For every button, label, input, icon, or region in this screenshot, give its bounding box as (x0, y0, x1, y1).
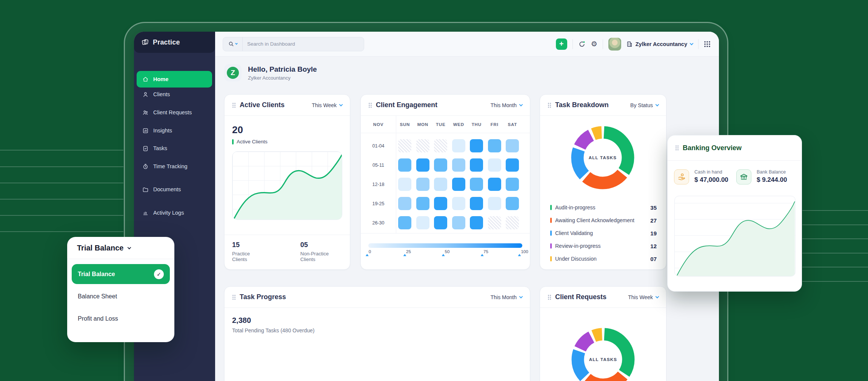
heatmap-cell[interactable] (452, 197, 465, 210)
legend-swatch (550, 230, 552, 236)
heatmap-cell[interactable] (416, 216, 429, 229)
decorative-line (802, 281, 868, 282)
drag-handle-icon[interactable] (548, 295, 551, 300)
report-option-trial-balance[interactable]: Trial Balance✓ (72, 264, 170, 284)
heatmap-cell[interactable] (452, 139, 465, 152)
heatmap-cell[interactable] (488, 197, 501, 210)
heatmap-cell[interactable] (416, 139, 429, 152)
practice-logo-icon (142, 38, 149, 46)
heatmap-cell[interactable] (488, 139, 501, 152)
sidebar-item-tasks[interactable]: Tasks (137, 140, 212, 157)
heatmap-cell[interactable] (488, 158, 501, 172)
apps-grid-icon[interactable] (704, 41, 711, 48)
sidebar-item-clients[interactable]: Clients (137, 86, 212, 103)
scale-marker-icon (366, 249, 369, 256)
heatmap-cell[interactable] (470, 139, 483, 152)
report-option-balance-sheet[interactable]: Balance Sheet (72, 286, 170, 306)
drag-handle-icon[interactable] (675, 145, 679, 151)
scale-marker-icon (442, 249, 445, 256)
legend-swatch (550, 256, 552, 261)
heatmap-cell[interactable] (488, 178, 501, 191)
drag-handle-icon[interactable] (232, 103, 236, 108)
heatmap-cell[interactable] (434, 139, 447, 152)
legend-row: Client Validating 19 (550, 229, 657, 237)
add-button[interactable]: + (556, 38, 567, 50)
brand-block[interactable]: Practice (134, 32, 215, 53)
sidebar-item-activity-logs[interactable]: Activity Logs (137, 204, 212, 221)
heatmap-cell[interactable] (452, 178, 465, 191)
heatmap-scale-tick: 100 (518, 249, 528, 254)
sidebar-item-client-requests[interactable]: Client Requests (137, 104, 212, 121)
heatmap-cell[interactable] (506, 197, 519, 210)
heatmap-cell[interactable] (434, 216, 447, 229)
heatmap-cell[interactable] (506, 178, 519, 191)
range-select[interactable]: This Month (491, 102, 522, 108)
legend-swatch (550, 243, 552, 249)
search-box[interactable] (223, 37, 364, 51)
range-select[interactable]: By Status (630, 102, 659, 108)
heatmap-row: 01-04 (361, 136, 530, 155)
sidebar-item-time-tracking[interactable]: Time Tracking (137, 158, 212, 175)
heatmap-cell[interactable] (452, 158, 465, 172)
report-dropdown-toggle[interactable]: Trial Balance (67, 237, 174, 259)
heatmap-cell[interactable] (398, 216, 411, 229)
page-background: Practice Home Clients Client Requests In… (0, 0, 868, 381)
heatmap-cell[interactable] (398, 197, 411, 210)
decorative-line (802, 210, 868, 211)
legend-value: 27 (650, 217, 657, 224)
drag-handle-icon[interactable] (368, 103, 372, 108)
heatmap-cell[interactable] (434, 158, 447, 172)
heatmap-cell[interactable] (398, 158, 411, 172)
heatmap-cell[interactable] (470, 178, 483, 191)
sync-icon[interactable] (578, 40, 586, 48)
sidebar-item-documents[interactable]: Documents (137, 181, 212, 198)
topbar: + ⚙ Zylker Accountancy (215, 32, 719, 57)
divider (603, 39, 603, 49)
user-avatar[interactable] (608, 38, 621, 51)
clients-icon (142, 91, 149, 98)
heatmap-week-label: 05-11 (361, 163, 396, 168)
report-option-profit-and-loss[interactable]: Profit and Loss (72, 309, 170, 329)
legend-label: Awaiting Client Acknowledgement (555, 217, 634, 223)
heatmap-week-label: 01-04 (361, 143, 396, 149)
heatmap-cell[interactable] (434, 197, 447, 210)
insights-icon (142, 128, 149, 134)
heatmap-cell[interactable] (434, 178, 447, 191)
heatmap-cell[interactable] (398, 178, 411, 191)
heatmap-month: NOV (361, 122, 396, 127)
heatmap-cell[interactable] (470, 216, 483, 229)
heatmap-cell[interactable] (470, 158, 483, 172)
search-input[interactable] (243, 41, 364, 47)
report-option-label: Profit and Loss (78, 315, 118, 322)
legend-value: 35 (650, 204, 657, 211)
search-scope-toggle[interactable] (223, 37, 243, 51)
decorative-line (802, 238, 868, 239)
org-switcher[interactable]: Zylker Accountancy (626, 41, 693, 47)
decorative-line (0, 183, 123, 183)
heatmap-cell[interactable] (398, 139, 411, 152)
heatmap-cell[interactable] (470, 197, 483, 210)
sidebar-item-home[interactable]: Home (137, 71, 212, 88)
sidebar-item-insights[interactable]: Insights (137, 122, 212, 139)
legend-row: Audit-in-progress 35 (550, 203, 657, 212)
legend-row: Awaiting Client Acknowledgement 27 (550, 216, 657, 224)
org-chevron-icon (690, 41, 694, 45)
decorative-line (0, 215, 123, 216)
heatmap-cell[interactable] (416, 158, 429, 172)
heatmap-cell[interactable] (452, 216, 465, 229)
heatmap-cell[interactable] (488, 216, 501, 229)
settings-gear-icon[interactable]: ⚙ (591, 40, 597, 48)
non-practice-clients-value: 05 (300, 241, 342, 249)
task-progress-card: Task Progress This Month 2,380 Total Pen… (224, 286, 530, 381)
banking-overview-card: Banking Overview Cash in hand $ 47,000.0… (667, 135, 802, 292)
range-select[interactable]: This Week (312, 102, 342, 108)
legend-value: 07 (650, 256, 657, 262)
range-select[interactable]: This Week (628, 294, 659, 300)
heatmap-cell[interactable] (416, 197, 429, 210)
heatmap-cell[interactable] (506, 158, 519, 172)
heatmap-cell[interactable] (506, 139, 519, 152)
heatmap-cell[interactable] (416, 178, 429, 191)
legend-swatch (550, 205, 552, 210)
heatmap-cell[interactable] (506, 216, 519, 229)
drag-handle-icon[interactable] (548, 103, 551, 108)
